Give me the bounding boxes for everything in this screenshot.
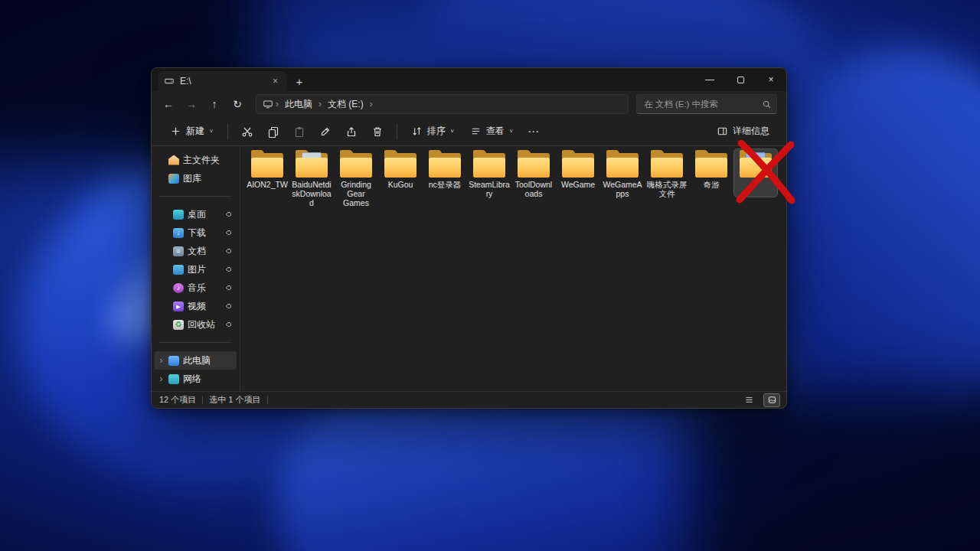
rename-icon — [319, 126, 332, 138]
folder-tile[interactable]: SteamLibrary — [468, 149, 511, 201]
folder-name: 奇游 — [691, 180, 732, 189]
folder-tile[interactable]: Grinding Gear Games — [335, 149, 377, 210]
this-pc-icon — [168, 356, 179, 366]
folder-icon — [606, 152, 639, 178]
thumbnail-view-toggle[interactable] — [763, 393, 780, 407]
wallpaper-shade — [689, 390, 980, 551]
sidebar-item-gallery[interactable]: 图库 — [155, 169, 237, 187]
sidebar-item-music[interactable]: ♪音乐 — [155, 279, 237, 297]
delete-button[interactable] — [366, 120, 389, 143]
new-button[interactable]: 新建 ∨ — [164, 120, 220, 143]
folder-tile[interactable]: nc登录器 — [423, 149, 466, 192]
toolbar-divider — [227, 124, 228, 139]
folder-name: WeGame — [557, 180, 599, 189]
home-icon — [168, 155, 179, 165]
sidebar-item-this-pc[interactable]: ›此电脑 — [155, 351, 237, 370]
breadcrumb-item-documents-e[interactable]: 文档 (E:) — [324, 96, 368, 112]
details-pane-label: 详细信息 — [733, 125, 769, 138]
toolbar-divider — [397, 124, 397, 139]
breadcrumb-chevron-icon: › — [275, 99, 279, 109]
folder-icon — [472, 152, 506, 178]
sidebar-item-pictures[interactable]: 图片 — [155, 260, 237, 279]
copy-button[interactable] — [262, 120, 285, 143]
trash-icon — [371, 126, 384, 138]
share-button[interactable] — [340, 120, 363, 143]
sidebar-item-documents[interactable]: ≡文档 — [155, 242, 237, 260]
cut-button[interactable] — [236, 120, 259, 143]
chevron-down-icon: ∨ — [509, 129, 514, 134]
folder-tile[interactable]: AION2_TW — [246, 149, 289, 192]
forward-button[interactable]: → — [181, 94, 202, 114]
pictures-icon — [173, 265, 184, 275]
refresh-button[interactable]: ↻ — [227, 94, 248, 114]
maximize-button[interactable] — [725, 68, 756, 91]
folder-name: ToolDownloads — [513, 180, 554, 198]
desktop-icon — [173, 210, 184, 220]
folder-tile[interactable]: ToolDownloads — [512, 149, 555, 201]
back-button[interactable]: ← — [158, 94, 179, 114]
details-pane-button[interactable]: 详细信息 — [710, 120, 776, 143]
plus-icon — [170, 126, 181, 137]
title-bar: E:\ × + — × — [152, 68, 786, 91]
folder-icon — [561, 152, 595, 178]
sidebar-item-desktop[interactable]: 桌面 — [155, 205, 237, 223]
downloads-icon: ↓ — [173, 228, 184, 238]
up-button[interactable]: ↑ — [204, 94, 225, 114]
sidebar-item-videos[interactable]: ▶视频 — [155, 297, 237, 315]
sort-button[interactable]: 排序 ∨ — [405, 120, 461, 143]
sidebar-item-label: 此电脑 — [183, 354, 234, 367]
drive-icon — [164, 76, 175, 86]
sort-icon — [411, 126, 423, 137]
folder-tile[interactable]: 奇游 — [690, 149, 733, 192]
pin-icon — [224, 322, 234, 327]
search-icon — [762, 99, 772, 109]
minimize-button[interactable]: — — [694, 68, 725, 91]
breadcrumb-item-this-pc[interactable]: 此电脑 — [281, 96, 316, 112]
folder-icon — [694, 152, 728, 178]
folder-icon — [295, 152, 328, 178]
new-tab-button[interactable]: + — [289, 72, 309, 90]
details-view-toggle[interactable] — [740, 393, 757, 407]
folder-tile[interactable]: KuGou — [379, 149, 422, 192]
share-icon — [345, 126, 358, 138]
folder-icon — [739, 152, 773, 178]
sidebar-item-network[interactable]: ›网络 — [155, 370, 237, 388]
folder-name: Grinding Gear Games — [335, 180, 377, 207]
paste-button[interactable] — [288, 120, 311, 143]
sidebar-item-label: 主文件夹 — [183, 154, 234, 167]
view-button[interactable]: 查看 ∨ — [464, 120, 520, 143]
close-button[interactable]: × — [756, 68, 786, 91]
explorer-tab[interactable]: E:\ × — [158, 71, 286, 91]
folder-tile[interactable]: 嗨格式录屏文件 — [645, 149, 688, 201]
sidebar-divider — [159, 342, 232, 343]
documents-icon: ≡ — [173, 246, 184, 256]
status-divider — [202, 396, 203, 404]
folder-name: KuGou — [380, 180, 421, 189]
sidebar-item-recycle-bin[interactable]: ♻回收站 — [155, 315, 237, 334]
view-icon — [470, 126, 482, 137]
pin-icon — [224, 285, 234, 290]
breadcrumb-chevron-icon: › — [369, 99, 374, 109]
folder-icon — [339, 152, 373, 178]
sidebar-item-home[interactable]: 主文件夹 — [155, 151, 237, 169]
status-divider — [267, 396, 268, 404]
folder-name: WeGameApps — [602, 180, 643, 198]
folder-tile[interactable] — [734, 149, 777, 197]
view-button-label: 查看 — [486, 125, 505, 138]
search-input[interactable] — [644, 99, 762, 109]
folder-tile[interactable]: WeGameApps — [601, 149, 644, 201]
folder-icon — [428, 152, 462, 178]
more-options-button[interactable]: ⋯ — [523, 125, 544, 139]
expand-chevron-icon: › — [158, 373, 165, 384]
sidebar-item-label: 视频 — [188, 300, 220, 313]
sidebar-item-label: 图库 — [183, 172, 234, 185]
sidebar-item-label: 图片 — [188, 263, 220, 276]
folder-name: SteamLibrary — [469, 180, 510, 198]
folder-tile[interactable]: WeGame — [557, 149, 599, 192]
rename-button[interactable] — [314, 120, 337, 143]
folder-tile[interactable]: BaiduNetdiskDownload — [290, 149, 333, 210]
sidebar-item-label: 网络 — [183, 373, 234, 386]
tab-close-icon[interactable]: × — [270, 76, 280, 86]
folder-name: nc登录器 — [424, 180, 466, 189]
sidebar-item-downloads[interactable]: ↓下载 — [155, 223, 237, 242]
